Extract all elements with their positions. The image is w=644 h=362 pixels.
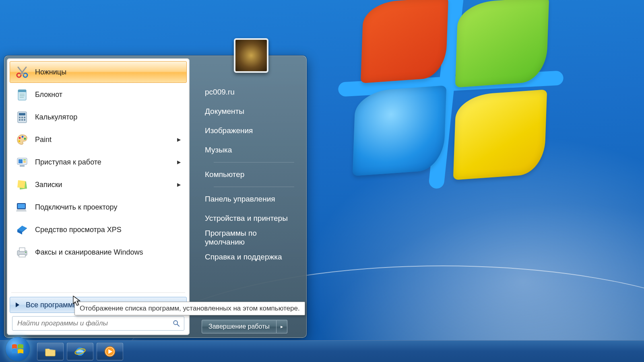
program-label: Средство просмотра XPS [35,226,122,234]
taskbar-media-player-button[interactable] [97,343,123,360]
svg-rect-30 [19,255,25,257]
svg-point-18 [19,140,21,142]
xps-viewer-icon [16,223,29,236]
internet-explorer-icon [74,346,86,358]
svg-rect-9 [19,117,21,118]
triangle-right-icon [16,302,19,307]
taskbar-ie-button[interactable] [67,343,93,360]
right-link-computer[interactable]: Компьютер [202,165,297,184]
program-item-notepad[interactable]: Блокнот [10,84,187,105]
right-link-help[interactable]: Справка и поддержка [202,247,297,267]
user-picture[interactable] [234,38,268,73]
svg-point-15 [19,137,21,139]
pinned-programs-list: Ножницы Блокнот Калькулятор Paint ▶ [7,59,189,290]
program-item-xps-viewer[interactable]: Средство просмотра XPS [10,219,187,241]
notepad-icon [16,88,29,101]
svg-rect-25 [17,180,25,188]
program-item-sticky-notes[interactable]: Записки ▶ [10,174,187,195]
submenu-arrow-icon: ▶ [177,137,181,142]
separator [11,292,185,293]
getting-started-icon [16,156,29,169]
program-item-projector[interactable]: Подключить к проектору [10,196,187,218]
svg-point-31 [25,252,27,253]
program-label: Подключить к проектору [35,203,117,212]
program-item-fax-scan[interactable]: Факсы и сканирование Windows [10,241,187,263]
svg-rect-20 [19,159,23,163]
right-link-documents[interactable]: Документы [202,102,297,121]
shutdown-row: Завершение работы ▸ [202,320,297,333]
program-label: Записки [35,181,62,189]
svg-line-33 [177,324,179,326]
program-label: Приступая к работе [35,158,101,167]
program-item-getting-started[interactable]: Приступая к работе ▶ [10,151,187,173]
projector-icon [16,201,29,214]
right-link-default-programs[interactable]: Программы по умолчанию [202,228,297,247]
svg-rect-22 [23,161,26,162]
right-link-pictures[interactable]: Изображения [202,121,297,140]
svg-rect-8 [19,113,25,115]
shutdown-button[interactable]: Завершение работы [202,320,277,333]
scissors-icon [16,66,29,78]
start-menu-right-panel: pc009.ru Документы Изображения Музыка Ко… [192,56,306,337]
svg-rect-11 [24,117,25,118]
program-label: Калькулятор [35,113,77,121]
svg-rect-23 [20,165,25,167]
svg-rect-10 [21,117,23,118]
search-box[interactable] [12,316,184,331]
start-button[interactable] [6,337,30,361]
svg-point-17 [24,138,26,140]
windows-flag-icon [11,342,25,356]
program-item-paint[interactable]: Paint ▶ [10,129,187,150]
folder-icon [44,346,56,358]
calculator-icon [16,111,29,123]
svg-point-16 [22,136,24,138]
submenu-arrow-icon: ▶ [177,182,181,187]
svg-rect-12 [19,119,21,121]
right-link-control-panel[interactable]: Панель управления [202,189,297,209]
program-item-calculator[interactable]: Калькулятор [10,106,187,128]
right-link-music[interactable]: Музыка [202,140,297,160]
separator [214,162,294,162]
start-menu-left-panel: Ножницы Блокнот Калькулятор Paint ▶ [7,58,190,335]
windows-logo [354,0,564,201]
svg-rect-27 [18,204,25,208]
svg-rect-29 [19,248,25,251]
program-item-snipping-tool[interactable]: Ножницы [10,61,187,83]
separator [214,187,294,187]
shutdown-options-button[interactable]: ▸ [277,320,287,333]
right-link-devices[interactable]: Устройства и принтеры [202,209,297,228]
program-label: Блокнот [35,90,62,99]
svg-rect-21 [23,159,26,160]
search-input[interactable] [17,319,173,328]
program-label: Факсы и сканирование Windows [35,248,143,257]
right-link-user[interactable]: pc009.ru [202,82,297,102]
search-icon [173,320,180,327]
all-programs-label: Все программы [26,301,78,309]
program-label: Ножницы [35,68,66,76]
svg-rect-13 [21,119,23,121]
start-menu: Ножницы Блокнот Калькулятор Paint ▶ [4,56,307,338]
taskbar-explorer-button[interactable] [37,343,64,360]
taskbar [0,340,644,362]
media-player-icon [104,346,116,358]
svg-rect-14 [24,119,25,121]
fax-scan-icon [16,246,29,259]
tooltip: Отображение списка программ, установленн… [74,302,305,315]
svg-rect-3 [18,90,26,92]
submenu-arrow-icon: ▶ [177,159,181,165]
program-label: Paint [35,136,52,144]
sticky-notes-icon [16,178,29,191]
paint-icon [16,133,29,146]
